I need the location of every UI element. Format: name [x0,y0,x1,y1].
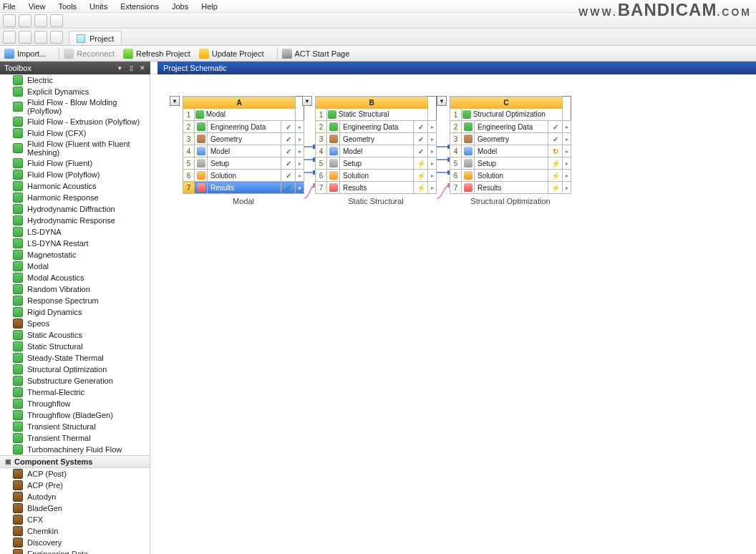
analysis-system-item[interactable]: Static Structural [0,341,150,352]
save-icon[interactable] [34,14,47,27]
system-cell-row[interactable]: 5Setup⚡▸ [316,157,437,170]
tab-chart-icon[interactable] [50,31,63,44]
system-block-c[interactable]: ▼C1 Structural Optimization2Engineering … [450,96,571,205]
schematic-header[interactable]: Project Schematic [158,62,756,74]
analysis-system-item[interactable]: Magnetostatic [0,249,150,261]
toolbox-header[interactable]: Toolbox ▾ ▯ ✕ [0,62,150,74]
component-system-item[interactable]: Engineering Data [0,548,150,554]
tab-open-icon[interactable] [19,31,32,44]
system-handle-icon[interactable]: ▼ [302,96,312,106]
analysis-system-item[interactable]: Fluid Flow (Fluent) [0,157,150,169]
act-start-page-button[interactable]: ACT Start Page [282,47,350,60]
system-cell-row[interactable]: 6Solution⚡▸ [316,170,437,182]
analysis-system-item[interactable]: Explicit Dynamics [0,86,150,97]
component-system-item[interactable]: ACP (Pre) [0,480,150,491]
new-icon[interactable] [3,14,16,27]
analysis-system-item[interactable]: LS-DYNA Restart [0,238,150,249]
analysis-system-item[interactable]: Throughflow [0,398,150,409]
component-system-item[interactable]: Autodyn [0,491,150,502]
schematic-workspace[interactable]: ▼A1 Modal2Engineering Data✓▸3Geometry✓▸4… [150,74,756,554]
component-system-item[interactable]: CFX [0,514,150,525]
toolbox-dropdown-icon[interactable]: ▾ [116,64,123,72]
menu-view[interactable]: View [29,2,46,11]
component-system-item[interactable]: ACP (Post) [0,468,150,480]
component-system-item[interactable]: BladeGen [0,502,150,514]
analysis-system-item[interactable]: Rigid Dynamics [0,306,150,318]
system-cell-row[interactable]: 3Geometry✓▸ [450,133,571,145]
analysis-system-item[interactable]: Response Spectrum [0,295,150,306]
system-cell-row[interactable]: 3Geometry✓▸ [316,133,437,145]
import-button[interactable]: Import... [4,47,46,60]
analysis-system-item[interactable]: Thermal-Electric [0,387,150,398]
system-cell-row[interactable]: 7Results⚡▸ [450,182,571,194]
analysis-system-item[interactable]: Hydrodynamic Response [0,215,150,226]
analysis-system-item[interactable]: Throughflow (BladeGen) [0,409,150,421]
menu-help[interactable]: Help [201,2,218,11]
analysis-system-item[interactable]: Static Acoustics [0,329,150,341]
system-cell-row[interactable]: 7Results⚡▸ [316,182,437,194]
tab-save-icon[interactable] [34,31,47,44]
system-cell-row[interactable]: 7Results✓▸ [183,182,304,194]
analysis-system-item[interactable]: Fluid Flow (Fluent with Fluent Meshing) [0,139,150,157]
toolbox-pin-icon[interactable]: ▯ [127,64,135,72]
system-cell-row[interactable]: 4Model↻▸ [450,145,571,157]
analysis-system-item[interactable]: Random Vibration [0,283,150,295]
system-cell-row[interactable]: 1 Structural Optimization [450,109,571,121]
analysis-system-item[interactable]: Hydrodynamic Diffraction [0,203,150,215]
analysis-system-item[interactable]: Modal Acoustics [0,272,150,283]
system-block-b[interactable]: ▼B1 Static Structural2Engineering Data✓▸… [315,96,437,205]
system-cell-row[interactable]: 2Engineering Data✓▸ [450,121,571,133]
menu-file[interactable]: File [3,2,16,11]
reconnect-button[interactable]: Reconnect [64,47,115,60]
menu-units[interactable]: Units [89,2,107,11]
analysis-system-item[interactable]: Turbomachinery Fluid Flow [0,444,150,455]
analysis-system-item[interactable]: Fluid Flow (Polyflow) [0,169,150,180]
refresh-project-button[interactable]: Refresh Project [123,47,190,60]
menu-tools[interactable]: Tools [58,2,77,11]
component-systems-header[interactable]: ▣Component Systems [0,455,150,468]
analysis-system-item[interactable]: Modal [0,261,150,272]
update-project-button[interactable]: Update Project [199,47,264,60]
menu-jobs[interactable]: Jobs [172,2,188,11]
system-cell-row[interactable]: 1 Modal [183,109,304,121]
analysis-system-item[interactable]: Harmonic Response [0,192,150,203]
analysis-system-item[interactable]: Structural Optimization [0,364,150,375]
analysis-system-item[interactable]: Electric [0,74,150,86]
component-system-item[interactable]: Discovery [0,537,150,548]
system-handle-icon[interactable]: ▼ [170,96,180,106]
menu-extensions[interactable]: Extensions [120,2,159,11]
refresh-icon[interactable] [50,14,63,27]
toolbox-close-icon[interactable]: ✕ [139,64,146,72]
schematic-title: Project Schematic [163,64,227,72]
system-cell-row[interactable]: 4Model✓▸ [316,145,437,157]
system-cell-row[interactable]: 2Engineering Data✓▸ [183,121,304,133]
analysis-system-item[interactable]: Steady-State Thermal [0,352,150,364]
system-cell-row[interactable]: 5Setup⚡▸ [450,157,571,170]
tab-project[interactable]: Project [69,31,122,45]
system-block-a[interactable]: ▼A1 Modal2Engineering Data✓▸3Geometry✓▸4… [183,96,304,205]
analysis-system-item[interactable]: Harmonic Acoustics [0,180,150,192]
analysis-system-item[interactable]: Fluid Flow - Blow Molding (Polyflow) [0,97,150,116]
system-label[interactable]: Static Structural [315,197,437,205]
system-cell-row[interactable]: 6Solution✓▸ [183,170,304,182]
tab-new-icon[interactable] [3,31,16,44]
analysis-system-item[interactable]: Fluid Flow (CFX) [0,127,150,139]
system-handle-icon[interactable]: ▼ [437,96,447,106]
system-label[interactable]: Structural Optimization [450,197,571,205]
open-icon[interactable] [19,14,32,27]
system-cell-row[interactable]: 2Engineering Data✓▸ [316,121,437,133]
analysis-system-item[interactable]: Transient Structural [0,421,150,432]
system-cell-row[interactable]: 1 Static Structural [316,109,437,121]
component-system-item[interactable]: Chemkin [0,525,150,537]
system-cell-row[interactable]: 6Solution⚡▸ [450,170,571,182]
analysis-system-item[interactable]: Speos [0,318,150,329]
system-cell-row[interactable]: 4Model✓▸ [183,145,304,157]
analysis-system-item[interactable]: Substructure Generation [0,375,150,387]
system-cell-row[interactable]: 3Geometry✓▸ [183,133,304,145]
system-cell-row[interactable]: 5Setup✓▸ [183,157,304,170]
analysis-system-item[interactable]: Transient Thermal [0,432,150,444]
analysis-system-item[interactable]: LS-DYNA [0,226,150,238]
toolbox-panel[interactable]: ElectricExplicit DynamicsFluid Flow - Bl… [0,74,150,554]
analysis-system-item[interactable]: Fluid Flow - Extrusion (Polyflow) [0,116,150,127]
system-label[interactable]: Modal [183,197,304,205]
